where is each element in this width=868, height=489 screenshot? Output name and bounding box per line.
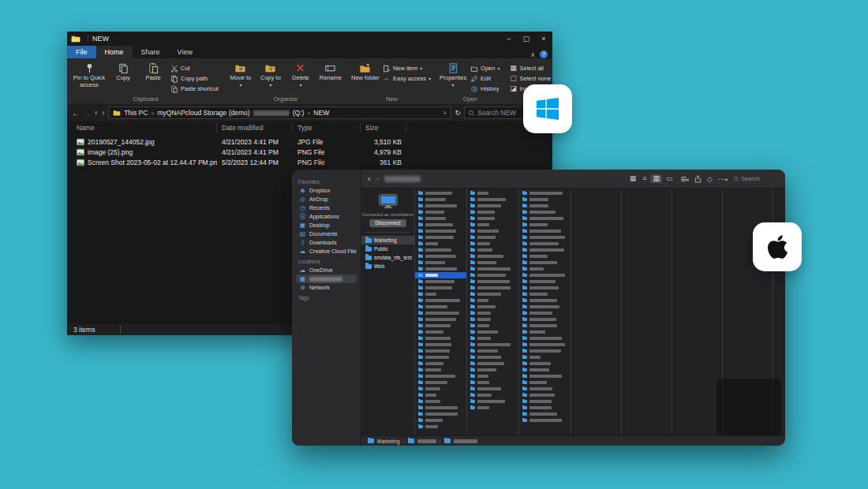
disconnect-button[interactable]: Disconnect (369, 219, 406, 227)
finder-item-row[interactable] (415, 310, 466, 316)
finder-item-row[interactable] (415, 360, 466, 367)
crumb-this-pc[interactable]: This PC (124, 109, 148, 117)
tab-file[interactable]: File (67, 46, 96, 58)
finder-item-row[interactable] (415, 354, 466, 360)
finder-item-row[interactable] (519, 222, 571, 228)
crumb-folder[interactable]: NEW (313, 109, 329, 117)
finder-item-row[interactable] (519, 291, 571, 297)
minimize-button[interactable]: − (500, 32, 518, 46)
finder-item-row[interactable] (467, 354, 518, 360)
finder-item-row[interactable] (467, 278, 518, 285)
blurred-path-segment[interactable] (417, 439, 436, 443)
finder-item-row[interactable] (415, 316, 466, 323)
new-folder-button[interactable]: New folder (351, 61, 380, 83)
sidebar-item-airdrop[interactable]: ◎ AirDrop (296, 195, 357, 203)
finder-item-row[interactable] (519, 190, 571, 196)
finder-item-row[interactable] (519, 354, 571, 360)
select-none-button[interactable]: ▢ Select none (507, 74, 560, 83)
finder-item-row[interactable] (415, 386, 466, 392)
refresh-icon[interactable]: ↻ (455, 109, 461, 117)
finder-item-row[interactable] (415, 297, 466, 304)
search-box[interactable] (733, 175, 779, 182)
icon-view-icon[interactable]: ▦ (627, 174, 639, 184)
finder-item-row[interactable] (519, 247, 571, 253)
finder-item-row[interactable] (467, 323, 518, 329)
column-header-type[interactable]: Type (293, 123, 361, 133)
share-row-public[interactable]: Public (361, 244, 414, 253)
select-all-button[interactable]: ▦ Select all (507, 64, 560, 73)
finder-item-row[interactable] (415, 335, 466, 342)
finder-item-row[interactable] (467, 310, 518, 316)
paste-button[interactable]: Paste (139, 61, 167, 93)
easy-access-button[interactable]: Easy access ▾ (381, 74, 432, 83)
finder-item-row[interactable] (467, 247, 518, 253)
properties-button[interactable]: Properties ▾ (439, 61, 467, 93)
gallery-view-icon[interactable]: ▭ (664, 174, 675, 184)
search-input[interactable] (741, 175, 779, 182)
sidebar-item-downloads[interactable]: ⇩ Downloads (296, 238, 357, 247)
finder-item-row[interactable] (467, 222, 518, 228)
share-icon[interactable] (694, 175, 702, 183)
finder-item-row[interactable] (519, 411, 571, 417)
column-view-icon[interactable]: ▥ (650, 174, 662, 184)
finder-item-row[interactable] (467, 266, 518, 272)
finder-item-row[interactable] (519, 398, 571, 405)
finder-item-row[interactable] (415, 241, 466, 247)
help-icon[interactable]: ? (540, 50, 548, 58)
finder-item-row[interactable] (519, 266, 571, 272)
sidebar-item-desktop[interactable]: ▣ Desktop (296, 221, 357, 230)
column-header-size[interactable]: Size (361, 123, 406, 133)
group-by-icon[interactable]: ⊞▾ (681, 175, 690, 183)
file-row[interactable]: Screen Shot 2023-05-02 at 12.44.47 PM.pn… (67, 157, 552, 167)
finder-item-row[interactable] (415, 405, 466, 411)
finder-item-row[interactable] (467, 367, 518, 373)
finder-item-row[interactable] (415, 342, 466, 348)
share-row-web[interactable]: Web (361, 262, 414, 271)
finder-item-row[interactable] (415, 253, 466, 259)
column-header-date-modified[interactable]: Date modified (217, 123, 293, 133)
share-row-marketing[interactable]: Marketing (361, 236, 414, 244)
sidebar-item-applications[interactable]: Ⓐ Applications (296, 212, 357, 221)
finder-item-row[interactable] (467, 342, 518, 348)
finder-item-row[interactable] (415, 398, 466, 405)
finder-item-row[interactable] (519, 367, 571, 373)
sidebar-item-recents[interactable]: ◷ Recents (296, 203, 357, 212)
finder-item-row[interactable] (415, 209, 466, 215)
tab-home[interactable]: Home (96, 46, 133, 58)
finder-item-row[interactable] (519, 209, 571, 215)
tag-icon[interactable]: ◇ (707, 175, 713, 183)
copy-path-button[interactable]: Copy path (169, 74, 220, 83)
finder-item-row[interactable] (415, 304, 466, 310)
finder-item-row[interactable] (519, 360, 571, 367)
finder-item-row[interactable] (415, 392, 466, 398)
file-row[interactable]: image (25).png 4/21/2023 4:41 PM PNG Fil… (67, 147, 552, 157)
finder-item-row[interactable] (467, 405, 518, 411)
new-item-button[interactable]: New item ▾ (381, 64, 432, 73)
finder-item-row[interactable] (467, 190, 518, 196)
finder-item-row[interactable] (415, 190, 466, 196)
finder-item-row[interactable] (467, 373, 518, 379)
finder-item-row[interactable] (415, 272, 466, 278)
finder-item-row[interactable] (519, 234, 571, 241)
finder-item-row[interactable] (519, 241, 571, 247)
finder-item-row[interactable] (415, 291, 466, 297)
finder-item-row[interactable] (519, 335, 571, 342)
up-icon[interactable]: ↑ (101, 109, 105, 118)
finder-item-row[interactable] (467, 228, 518, 234)
open-button[interactable]: Open ▾ (469, 64, 501, 73)
finder-item-row[interactable] (415, 417, 466, 424)
finder-item-row[interactable] (467, 316, 518, 323)
crumb-storage[interactable]: myQNAPcloud Storage (demo) (157, 109, 249, 117)
finder-item-row[interactable] (467, 297, 518, 304)
finder-item-row[interactable] (519, 379, 571, 386)
finder-item-row[interactable] (415, 373, 466, 379)
finder-item-row[interactable] (519, 285, 571, 291)
finder-item-row[interactable] (467, 379, 518, 386)
move-to-button[interactable]: Move to ▾ (226, 61, 255, 88)
blurred-path-segment[interactable] (454, 439, 477, 443)
address-dropdown-icon[interactable]: ∨ (443, 110, 447, 116)
tab-view[interactable]: View (169, 46, 201, 58)
finder-item-row[interactable] (519, 304, 571, 310)
finder-item-row[interactable] (415, 222, 466, 228)
finder-item-row[interactable] (519, 316, 571, 323)
